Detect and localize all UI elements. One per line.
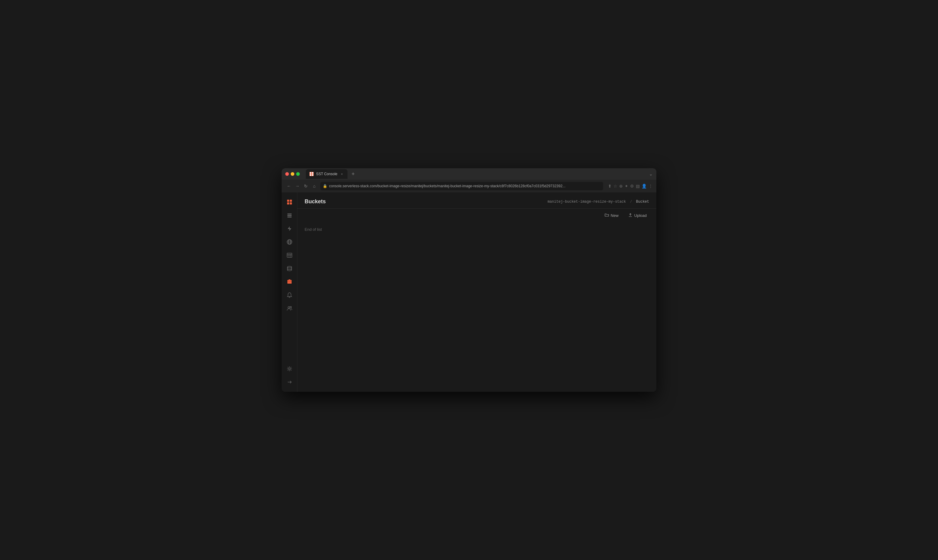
address-bar: ← → ↻ ⌂ 🔒 console.serverless-stack.com/b… <box>282 180 656 192</box>
extension2-icon[interactable]: ✦ <box>625 184 628 188</box>
extension3-icon[interactable]: ⚙ <box>630 184 634 188</box>
svg-line-39 <box>288 367 288 368</box>
content-area: End of list <box>297 222 656 392</box>
breadcrumb-stack: manitej-bucket-image-resize-my-stack <box>548 200 626 204</box>
sidebar-toggle-icon[interactable]: ▤ <box>636 184 640 188</box>
tab-list-expand[interactable]: ⌄ <box>649 172 653 176</box>
traffic-lights <box>285 172 300 176</box>
lock-icon: 🔒 <box>323 184 327 188</box>
new-button-label: New <box>611 213 619 218</box>
svg-rect-4 <box>287 200 289 202</box>
nav-buttons: ← → ↻ ⌂ <box>285 182 318 190</box>
svg-rect-17 <box>287 253 292 257</box>
sidebar-item-events[interactable] <box>283 289 296 301</box>
tab-close-icon[interactable]: × <box>340 172 344 176</box>
sidebar-item-settings[interactable] <box>283 363 296 375</box>
page-title: Buckets <box>305 198 326 205</box>
sidebar-item-logo[interactable] <box>283 196 296 208</box>
svg-rect-5 <box>290 200 292 202</box>
profile-icon[interactable]: 👤 <box>642 184 647 188</box>
breadcrumb: manitej-bucket-image-resize-my-stack / B… <box>548 200 649 204</box>
title-bar: SST Console × + ⌄ <box>282 168 656 180</box>
svg-rect-30 <box>289 279 290 280</box>
svg-rect-9 <box>287 215 292 216</box>
svg-line-42 <box>288 370 288 371</box>
tab-bar: SST Console × + ⌄ <box>306 169 653 179</box>
svg-rect-10 <box>287 214 292 214</box>
active-tab[interactable]: SST Console × <box>306 169 348 179</box>
back-button[interactable]: ← <box>285 182 293 190</box>
home-button[interactable]: ⌂ <box>311 182 318 190</box>
svg-point-25 <box>287 269 292 271</box>
maximize-button[interactable] <box>296 172 300 176</box>
new-folder-icon <box>605 213 609 218</box>
tab-label: SST Console <box>316 172 337 176</box>
svg-rect-8 <box>287 217 292 217</box>
close-button[interactable] <box>285 172 289 176</box>
svg-point-22 <box>287 266 292 268</box>
browser-window: SST Console × + ⌄ ← → ↻ ⌂ 🔒 console.serv… <box>282 168 656 392</box>
empty-state-message: End of list <box>305 227 649 232</box>
svg-line-40 <box>290 370 291 371</box>
refresh-button[interactable]: ↻ <box>302 182 310 190</box>
new-folder-button[interactable]: New <box>602 212 621 219</box>
tab-favicon <box>310 172 314 176</box>
sidebar-item-database[interactable] <box>283 249 296 261</box>
svg-rect-0 <box>310 172 311 174</box>
bookmark-icon[interactable]: ☆ <box>613 184 618 188</box>
sidebar-collapse-button[interactable] <box>283 376 296 388</box>
breadcrumb-current: Bucket <box>636 200 649 204</box>
address-bar-actions: ⬆ ☆ ⊕ ✦ ⚙ ▤ 👤 ⋮ <box>608 184 653 188</box>
svg-rect-2 <box>310 174 311 176</box>
svg-rect-7 <box>290 202 292 205</box>
sidebar-item-rds[interactable] <box>283 263 296 275</box>
upload-button[interactable]: Upload <box>626 212 649 219</box>
svg-line-41 <box>290 367 291 368</box>
share-icon[interactable]: ⬆ <box>608 184 611 188</box>
sidebar-item-stacks[interactable] <box>283 209 296 222</box>
svg-rect-3 <box>312 174 313 176</box>
sidebar-item-api[interactable] <box>283 236 296 248</box>
sidebar-item-buckets[interactable] <box>283 276 296 288</box>
upload-icon <box>628 213 633 218</box>
new-tab-button[interactable]: + <box>349 170 357 178</box>
svg-rect-6 <box>287 202 289 205</box>
toolbar: New Upload <box>297 209 656 222</box>
upload-button-label: Upload <box>634 213 647 218</box>
menu-icon[interactable]: ⋮ <box>648 184 653 188</box>
address-bar-input[interactable]: 🔒 console.serverless-stack.com/bucket-im… <box>320 182 603 190</box>
svg-point-33 <box>290 306 291 308</box>
main-content: Buckets manitej-bucket-image-resize-my-s… <box>297 192 656 392</box>
url-display: console.serverless-stack.com/bucket-imag… <box>329 184 565 188</box>
breadcrumb-separator: / <box>630 200 632 204</box>
page-header: Buckets manitej-bucket-image-resize-my-s… <box>297 192 656 209</box>
sidebar <box>282 192 297 392</box>
minimize-button[interactable] <box>291 172 294 176</box>
sidebar-item-functions[interactable] <box>283 223 296 235</box>
svg-point-34 <box>289 368 290 370</box>
svg-point-32 <box>288 306 290 308</box>
app-body: Buckets manitej-bucket-image-resize-my-s… <box>282 192 656 392</box>
svg-marker-11 <box>288 226 291 231</box>
extension-icon[interactable]: ⊕ <box>619 184 623 188</box>
forward-button[interactable]: → <box>294 182 301 190</box>
sidebar-item-users[interactable] <box>283 302 296 314</box>
svg-rect-1 <box>312 172 313 174</box>
